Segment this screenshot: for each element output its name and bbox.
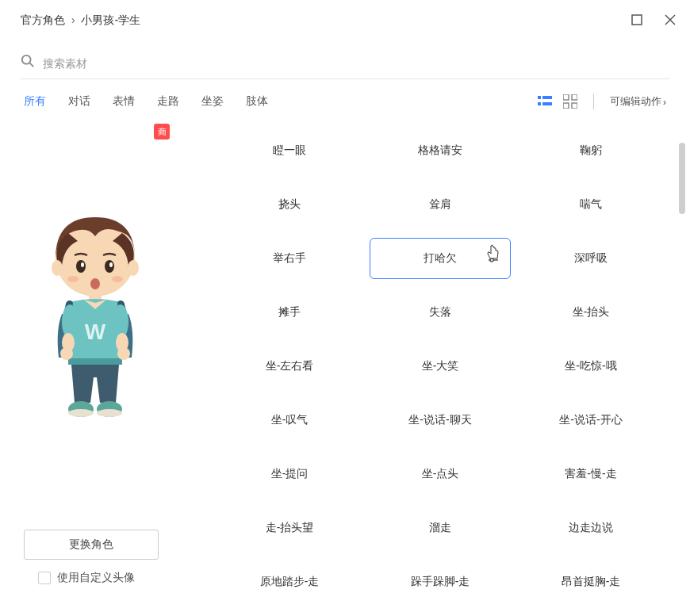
action-label: 坐-点头: [422, 467, 459, 481]
svg-rect-24: [68, 358, 122, 365]
action-item[interactable]: 失落: [365, 285, 516, 339]
change-character-button[interactable]: 更换角色: [24, 530, 159, 560]
scrollbar-thumb[interactable]: [679, 143, 685, 214]
action-label: 坐-抬头: [573, 305, 610, 319]
action-item[interactable]: 举右手: [214, 231, 365, 285]
action-label: 坐-提问: [271, 467, 309, 481]
action-item[interactable]: 跺手跺脚-走: [365, 555, 516, 609]
action-item[interactable]: 坐-大笑: [365, 339, 516, 393]
action-item[interactable]: 昂首挺胸-走: [516, 555, 666, 609]
action-item[interactable]: 坐-说话-聊天: [365, 393, 516, 447]
action-item[interactable]: 摊手: [214, 285, 365, 339]
svg-rect-7: [538, 102, 541, 105]
action-label: 坐-叹气: [271, 413, 309, 427]
svg-point-3: [22, 55, 31, 64]
custom-avatar-label: 使用自定义头像: [57, 571, 135, 585]
tab-dialog[interactable]: 对话: [68, 94, 90, 109]
custom-avatar-option[interactable]: 使用自定义头像: [38, 571, 214, 585]
search-bar[interactable]: [21, 48, 669, 79]
action-label: 坐-左右看: [266, 359, 314, 373]
settings-icon[interactable]: [488, 252, 499, 266]
tab-expression[interactable]: 表情: [113, 94, 135, 109]
action-label: 害羞-慢-走: [565, 467, 616, 481]
svg-text:W: W: [85, 319, 106, 344]
action-label: 深呼吸: [574, 251, 608, 266]
svg-point-21: [67, 276, 79, 282]
svg-rect-9: [563, 94, 569, 100]
tab-sit[interactable]: 坐姿: [201, 94, 224, 109]
action-label: 格格请安: [418, 143, 462, 158]
action-label: 失落: [429, 305, 451, 319]
svg-rect-5: [538, 96, 541, 99]
maximize-icon[interactable]: [631, 14, 642, 28]
action-label: 走-抬头望: [266, 521, 314, 535]
grid-view-icon[interactable]: [563, 94, 577, 109]
svg-point-14: [52, 260, 63, 276]
action-item[interactable]: 耸肩: [365, 178, 516, 231]
action-label: 喘气: [580, 197, 602, 212]
action-label: 坐-说话-开心: [559, 413, 622, 427]
action-item[interactable]: 坐-吃惊-哦: [516, 339, 666, 393]
action-item[interactable]: 喘气: [516, 178, 666, 231]
tab-walk[interactable]: 走路: [157, 94, 179, 109]
svg-point-37: [493, 254, 496, 257]
action-item[interactable]: 挠头: [214, 178, 365, 231]
list-view-icon[interactable]: [538, 94, 552, 109]
svg-point-31: [117, 347, 130, 360]
action-item[interactable]: 深呼吸: [516, 231, 666, 285]
svg-rect-0: [632, 15, 642, 25]
commercial-badge: 商: [154, 124, 170, 140]
svg-point-22: [112, 276, 123, 282]
action-item[interactable]: 坐-叹气: [214, 393, 365, 447]
svg-point-15: [128, 260, 139, 276]
category-tabs: 所有 对话 表情 走路 坐姿 肢体: [24, 94, 268, 109]
action-item[interactable]: 边走边说: [516, 501, 666, 555]
action-item[interactable]: 走-抬头望: [214, 501, 365, 555]
action-item[interactable]: 鞠躬: [516, 124, 666, 178]
action-label: 溜走: [429, 521, 451, 535]
action-label: 摊手: [278, 305, 301, 319]
action-item[interactable]: 坐-说话-开心: [516, 393, 666, 447]
svg-rect-8: [542, 102, 552, 105]
action-label: 挠头: [278, 197, 301, 212]
svg-rect-12: [572, 103, 577, 109]
svg-point-17: [105, 260, 114, 273]
breadcrumb: 官方角色 › 小男孩-学生: [21, 13, 140, 28]
svg-point-30: [60, 347, 73, 360]
editable-actions-link[interactable]: 可编辑动作 ›: [610, 94, 666, 109]
chevron-right-icon: ›: [663, 96, 666, 108]
character-preview: W: [24, 203, 214, 444]
action-item[interactable]: 坐-抬头: [516, 285, 666, 339]
breadcrumb-root[interactable]: 官方角色: [21, 13, 65, 26]
svg-point-34: [68, 409, 94, 417]
breadcrumb-sep: ›: [71, 13, 75, 26]
svg-point-18: [81, 262, 84, 267]
action-label: 鞠躬: [580, 143, 602, 158]
action-item[interactable]: 害羞-慢-走: [516, 447, 666, 501]
action-label: 昂首挺胸-走: [562, 575, 621, 589]
action-item[interactable]: 格格请安: [365, 124, 516, 178]
svg-point-16: [76, 260, 86, 273]
action-item[interactable]: 原地踏步-走: [214, 555, 365, 609]
custom-avatar-checkbox[interactable]: [38, 572, 51, 584]
action-item[interactable]: 打哈欠: [365, 231, 516, 285]
svg-point-35: [97, 409, 122, 417]
action-item[interactable]: 瞪一眼: [214, 124, 365, 178]
action-item[interactable]: 坐-左右看: [214, 339, 365, 393]
action-label: 瞪一眼: [273, 143, 306, 158]
action-item[interactable]: 坐-提问: [214, 447, 365, 501]
search-input[interactable]: [43, 57, 669, 70]
tab-limb[interactable]: 肢体: [246, 94, 268, 109]
action-label: 边走边说: [569, 521, 613, 535]
svg-point-20: [90, 278, 100, 289]
action-item[interactable]: 溜走: [365, 501, 516, 555]
view-divider: [593, 94, 594, 109]
close-icon[interactable]: [665, 14, 676, 28]
action-label: 跺手跺脚-走: [411, 575, 470, 589]
svg-rect-6: [542, 96, 552, 99]
tab-all[interactable]: 所有: [24, 94, 46, 109]
action-label: 坐-说话-聊天: [408, 413, 471, 427]
action-item[interactable]: 坐-点头: [365, 447, 516, 501]
svg-point-39: [490, 258, 493, 262]
svg-line-4: [30, 63, 34, 67]
